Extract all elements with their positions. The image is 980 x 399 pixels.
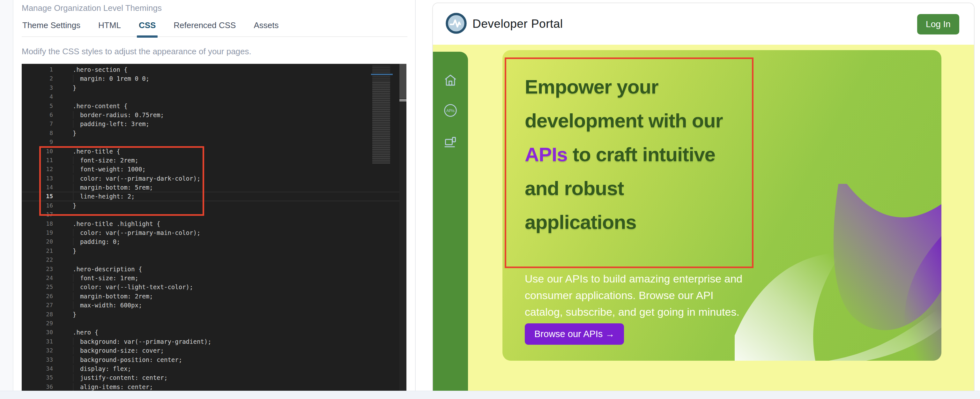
code-line[interactable]: 10 .hero-title { [22,147,399,156]
tab[interactable]: Theme Settings [22,18,81,37]
hero-title-line: Empower your [525,70,754,104]
code-line[interactable]: 36 align-items: center; [22,382,399,391]
login-button[interactable]: Log In [917,14,959,35]
code-line[interactable]: 5 .hero-content { [22,102,399,110]
code-line[interactable]: 16 } [22,201,399,210]
code-line[interactable]: 33 background-position: center; [22,355,399,364]
line-number: 22 [22,255,57,264]
preview-brand-title: Developer Portal [473,3,563,45]
developer-portal-logo-icon [445,13,467,34]
code-text: } [57,129,76,137]
code-line[interactable]: 26 margin-bottom: 2rem; [22,292,399,301]
code-line[interactable]: 22 [22,255,399,264]
hero-title-line: and robust [525,171,754,205]
code-line[interactable]: 18 .hero-title .highlight { [22,219,399,228]
code-text: .hero-section { [57,65,127,74]
code-text: padding: 0; [57,237,120,246]
tab[interactable]: HTML [98,18,121,37]
code-line[interactable]: 6 border-radius: 0.75rem; [22,110,399,120]
line-number: 31 [22,337,57,346]
line-number: 14 [22,183,57,192]
tab[interactable]: Referenced CSS [173,18,236,37]
code-line[interactable]: 23 .hero-description { [22,265,399,274]
code-text: margin-bottom: 2rem; [57,292,153,301]
hero-title: Empower your development with our APIs t… [525,70,754,239]
preview-panel: Developer Portal Log In APIs [432,3,975,399]
code-line[interactable]: 34 display: flex; [22,364,399,373]
hero-section: Empower your development with our APIs t… [503,50,942,361]
code-text: line-height: 2; [57,192,135,201]
code-line[interactable]: 17 [22,210,399,219]
line-number: 24 [22,274,57,282]
code-line[interactable]: 28 } [22,310,399,319]
editor-minimap[interactable] [371,64,393,391]
code-line[interactable]: 8 } [22,129,399,137]
line-number: 23 [22,265,57,274]
code-text: display: flex; [57,364,131,373]
line-number: 30 [22,328,57,337]
code-text: align-items: center; [57,382,153,391]
line-number: 1 [22,65,57,74]
code-text: background-position: center; [57,355,182,364]
code-line[interactable]: 30 .hero { [22,328,399,337]
collapsed-nav-rail [0,0,13,391]
code-line[interactable]: 19 color: var(--primary-main-color); [22,228,399,237]
code-line[interactable]: 4 [22,92,399,101]
line-number: 8 [22,129,57,137]
code-text: .hero-description { [57,265,142,274]
code-line[interactable]: 7 padding-left: 3rem; [22,120,399,128]
hero-decorative-swirl [735,184,942,361]
code-line[interactable]: 31 background: var(--primary-gradient); [22,337,399,346]
line-number: 11 [22,156,57,165]
code-line[interactable]: 3 } [22,83,399,92]
line-number: 19 [22,228,57,237]
code-line[interactable]: 24 font-size: 1rem; [22,274,399,282]
code-text: justify-content: center; [57,373,167,382]
line-number: 16 [22,201,57,210]
code-text [57,255,73,264]
code-text: } [57,201,76,210]
apis-icon[interactable]: APIs [444,104,457,118]
code-text: color: var(--primary-dark-color); [57,174,200,183]
code-line[interactable]: 9 [22,137,399,147]
code-line[interactable]: 12 font-weight: 1000; [22,165,399,174]
tab[interactable]: Assets [253,18,279,37]
code-line[interactable]: 13 color: var(--primary-dark-color); [22,174,399,183]
code-line[interactable]: 20 padding: 0; [22,237,399,246]
line-number: 3 [22,83,57,92]
code-line[interactable]: 14 margin-bottom: 5rem; [22,183,399,192]
line-number: 28 [22,310,57,319]
code-line[interactable]: 21 } [22,246,399,255]
code-line[interactable]: 25 color: var(--light-text-color); [22,282,399,291]
code-line[interactable]: 29 [22,319,399,328]
preview-header: Developer Portal Log In [433,3,974,45]
code-line[interactable]: 27 max-width: 600px; [22,301,399,310]
code-text: margin: 0 1rem 0 0; [57,74,149,83]
code-text: padding-left: 3rem; [57,120,149,128]
code-line[interactable]: 15 line-height: 2; [22,192,399,201]
line-number: 20 [22,237,57,246]
line-number: 6 [22,110,57,120]
code-line[interactable]: 1 .hero-section { [22,65,399,74]
hero-title-highlight: APIs [525,143,568,165]
home-icon[interactable] [444,73,457,88]
code-line[interactable]: 11 font-size: 2rem; [22,156,399,165]
applications-icon[interactable] [444,135,457,149]
code-text: } [57,246,76,255]
browse-apis-button[interactable]: Browse our APIs → [525,323,624,345]
line-number: 7 [22,120,57,128]
editor-scrollbar-thumb[interactable] [399,64,406,98]
code-text: max-width: 600px; [57,301,142,310]
code-line[interactable]: 32 background-size: cover; [22,346,399,355]
editor-scrollbar[interactable] [399,64,406,391]
code-text: color: var(--light-text-color); [57,282,193,291]
line-number: 36 [22,382,57,391]
code-line[interactable]: 2 margin: 0 1rem 0 0; [22,74,399,83]
css-code-editor[interactable]: 1 .hero-section { 2 margin: 0 1rem 0 0; … [22,64,406,391]
line-number: 34 [22,364,57,373]
line-number: 21 [22,246,57,255]
tab[interactable]: CSS [138,18,156,37]
code-line[interactable]: 35 justify-content: center; [22,373,399,382]
line-number: 26 [22,292,57,301]
hero-title-text: applications [525,211,636,233]
